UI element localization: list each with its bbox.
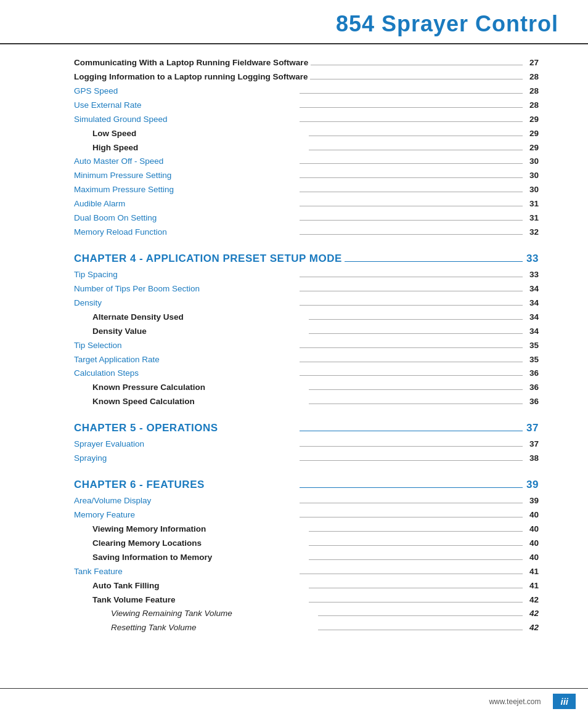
toc-label-saving-info: Saving Information to Memory (92, 551, 306, 564)
toc-label-area-volume: Area/Volume Display (74, 495, 297, 508)
toc-item-tank-volume: Tank Volume Feature42 (74, 594, 539, 607)
toc-label-known-speed: Known Speed Calculation (92, 396, 306, 408)
toc-item-memory-feature: Memory Feature40 (74, 509, 539, 522)
toc-label-num-tips: Number of Tips Per Boom Section (74, 283, 297, 296)
toc-dots-calc-steps (300, 375, 523, 376)
toc-page-density: 34 (525, 297, 539, 310)
toc-label-use-external-rate: Use External Rate (74, 99, 297, 112)
toc-item-alt-density: Alternate Density Used34 (74, 311, 539, 324)
toc-page-saving-info: 40 (525, 551, 539, 564)
page: 854 Sprayer Control Communicating With a… (0, 0, 588, 714)
toc-label-clearing-memory: Clearing Memory Locations (92, 537, 306, 550)
toc-label-target-app-rate: Target Application Rate (74, 354, 297, 367)
toc-dots-viewing-memory (309, 531, 523, 532)
toc-page-alt-density: 34 (525, 311, 539, 324)
toc-dots-memory-reload (300, 234, 523, 235)
toc-dots-logging (310, 79, 523, 79)
toc-page-area-volume: 39 (525, 495, 539, 508)
toc-label-spraying: Spraying (74, 452, 297, 465)
toc-dots-tip-selection (300, 347, 523, 348)
toc-label-resetting-tank: Resetting Tank Volume (111, 622, 316, 635)
toc-item-resetting-tank: Resetting Tank Volume42 (74, 622, 539, 635)
toc-item-target-app-rate: Target Application Rate35 (74, 354, 539, 367)
toc-dots-density-value (309, 333, 523, 334)
toc-dots-saving-info (309, 559, 523, 560)
toc-dots-area-volume (300, 503, 523, 503)
toc-label-tip-selection: Tip Selection (74, 339, 297, 352)
toc-item-simulated-ground-speed: Simulated Ground Speed29 (74, 113, 539, 126)
toc-dots-sprayer-eval (300, 446, 523, 447)
toc-item-audible-alarm: Audible Alarm31 (74, 198, 539, 211)
toc-label-audible-alarm: Audible Alarm (74, 198, 297, 211)
chapter-dots-chapter5 (300, 431, 523, 431)
top-entries: Communicating With a Laptop Running Fiel… (74, 57, 539, 239)
footer: www.teejet.com iii (0, 688, 588, 714)
toc-page-viewing-tank: 42 (525, 607, 539, 620)
toc-dots-target-app-rate (300, 362, 523, 362)
page-title: 854 Sprayer Control (336, 11, 558, 37)
toc-page-auto-master: 30 (525, 155, 539, 168)
toc-label-communicating: Communicating With a Laptop Running Fiel… (74, 57, 308, 70)
toc-item-tip-selection: Tip Selection35 (74, 339, 539, 352)
toc-dots-high-speed (309, 150, 523, 150)
toc-page-memory-feature: 40 (525, 509, 539, 522)
toc-item-dual-boom: Dual Boom On Setting31 (74, 212, 539, 225)
toc-page-audible-alarm: 31 (525, 198, 539, 211)
toc-label-max-pressure: Maximum Pressure Setting (74, 184, 297, 197)
toc-dots-tank-volume (309, 602, 523, 602)
chapter-label-chapter4: CHAPTER 4 - APPLICATION PRESET SETUP MOD… (74, 253, 342, 265)
toc-item-clearing-memory: Clearing Memory Locations40 (74, 537, 539, 550)
toc-label-simulated-ground-speed: Simulated Ground Speed (74, 113, 297, 126)
footer-page-number: iii (553, 694, 576, 709)
toc-page-communicating: 27 (525, 57, 539, 70)
toc-item-known-speed: Known Speed Calculation36 (74, 396, 539, 408)
toc-item-tank-feature: Tank Feature41 (74, 566, 539, 578)
toc-dots-resetting-tank (318, 630, 523, 630)
toc-content: Communicating With a Laptop Running Fiel… (0, 44, 588, 673)
toc-label-gps-speed: GPS Speed (74, 85, 297, 98)
toc-page-num-tips: 34 (525, 283, 539, 296)
toc-page-known-speed: 36 (525, 396, 539, 408)
toc-label-sprayer-eval: Sprayer Evaluation (74, 438, 297, 451)
toc-dots-clearing-memory (309, 545, 523, 546)
toc-page-memory-reload: 32 (525, 226, 539, 239)
toc-page-target-app-rate: 35 (525, 354, 539, 367)
toc-page-dual-boom: 31 (525, 212, 539, 225)
toc-page-calc-steps: 36 (525, 367, 539, 380)
toc-page-max-pressure: 30 (525, 184, 539, 197)
toc-item-viewing-memory: Viewing Memory Information40 (74, 523, 539, 536)
toc-page-tank-feature: 41 (525, 566, 539, 578)
chapter-heading-chapter5: CHAPTER 5 - OPERATIONS37 (74, 422, 539, 434)
toc-dots-tank-feature (300, 574, 523, 574)
toc-item-logging: Logging Information to a Laptop running … (74, 71, 539, 84)
toc-item-calc-steps: Calculation Steps36 (74, 367, 539, 380)
toc-page-sprayer-eval: 37 (525, 438, 539, 451)
chapter-dots-chapter6 (300, 487, 523, 488)
toc-page-simulated-ground-speed: 29 (525, 113, 539, 126)
toc-item-min-pressure: Minimum Pressure Setting30 (74, 169, 539, 182)
toc-item-low-speed: Low Speed29 (74, 128, 539, 140)
toc-dots-max-pressure (300, 192, 523, 192)
toc-label-auto-tank: Auto Tank Filling (92, 580, 306, 593)
toc-item-communicating: Communicating With a Laptop Running Fiel… (74, 57, 539, 70)
toc-label-memory-feature: Memory Feature (74, 509, 297, 522)
toc-item-use-external-rate: Use External Rate28 (74, 99, 539, 112)
chapter-heading-chapter6: CHAPTER 6 - FEATURES39 (74, 479, 539, 491)
toc-page-high-speed: 29 (525, 142, 539, 155)
toc-page-low-speed: 29 (525, 128, 539, 140)
toc-label-memory-reload: Memory Reload Function (74, 226, 297, 239)
header: 854 Sprayer Control (0, 0, 588, 44)
toc-label-known-pressure: Known Pressure Calculation (92, 381, 306, 394)
toc-item-density-value: Density Value34 (74, 325, 539, 338)
toc-page-known-pressure: 36 (525, 381, 539, 394)
toc-dots-dual-boom (300, 220, 523, 221)
toc-page-resetting-tank: 42 (525, 622, 539, 635)
toc-label-viewing-tank: Viewing Remaining Tank Volume (111, 607, 316, 620)
chapter-page-chapter6: 39 (525, 479, 539, 491)
toc-dots-spraying (300, 460, 523, 461)
chapter-page-chapter4: 33 (525, 253, 539, 265)
chapter-page-chapter5: 37 (525, 422, 539, 434)
chapter-heading-chapter4: CHAPTER 4 - APPLICATION PRESET SETUP MOD… (74, 253, 539, 265)
toc-item-density: Density34 (74, 297, 539, 310)
toc-item-num-tips: Number of Tips Per Boom Section34 (74, 283, 539, 296)
